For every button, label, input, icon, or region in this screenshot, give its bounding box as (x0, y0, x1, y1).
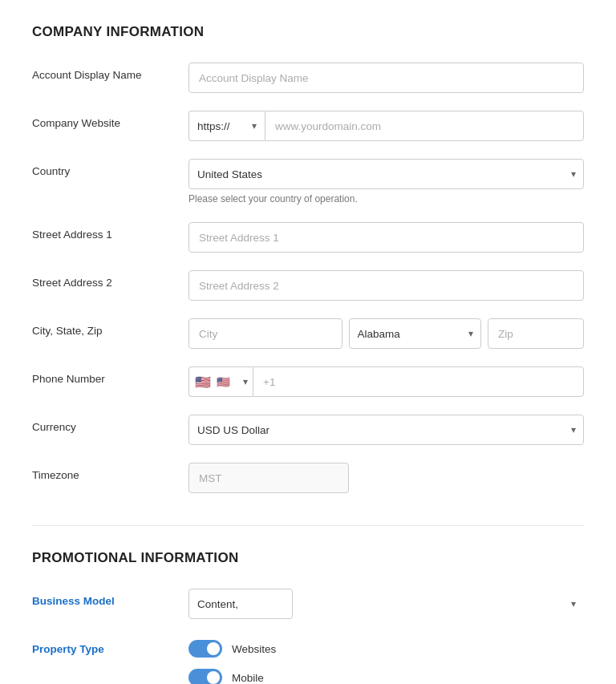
phone-number-wrap: 🇺🇸 🇨🇦 🇬🇧 🇺🇸 ▾ (188, 366, 584, 397)
account-display-name-label: Account Display Name (32, 63, 188, 81)
company-section-title: COMPANY INFORMATION (32, 24, 584, 40)
country-code-select[interactable]: 🇺🇸 🇨🇦 🇬🇧 (188, 366, 253, 397)
account-display-name-wrap (188, 63, 584, 93)
promotional-section-title: PROMOTIONAL INFORMATION (32, 550, 584, 566)
country-select[interactable]: United States Canada United Kingdom Aust… (188, 159, 584, 189)
property-type-options: Websites Mobile Social Networks (188, 637, 584, 684)
company-information-section: COMPANY INFORMATION Account Display Name… (32, 24, 584, 493)
currency-select[interactable]: USD US Dollar EUR Euro GBP British Pound… (188, 415, 584, 445)
state-select[interactable]: Alabama Alaska Arizona Arkansas Californ… (349, 318, 482, 349)
company-website-label: Company Website (32, 111, 188, 129)
city-input[interactable] (188, 318, 342, 349)
street-address-2-wrap (188, 270, 584, 301)
websites-slider (188, 640, 222, 658)
mobile-toggle-row: Mobile (188, 669, 584, 684)
promotional-information-section: PROMOTIONAL INFORMATION Business Model C… (32, 550, 584, 684)
business-model-label: Business Model (32, 589, 188, 607)
street-address-1-row: Street Address 1 (32, 222, 584, 253)
country-wrap: United States Canada United Kingdom Aust… (188, 159, 584, 204)
mobile-toggle[interactable] (188, 669, 222, 684)
currency-select-wrapper: USD US Dollar EUR Euro GBP British Pound… (188, 415, 584, 445)
state-select-wrap: Alabama Alaska Arizona Arkansas Californ… (349, 318, 482, 349)
country-hint: Please select your country of operation. (188, 193, 584, 204)
section-divider (32, 525, 584, 526)
country-label: Country (32, 159, 188, 177)
phone-input-group: 🇺🇸 🇨🇦 🇬🇧 🇺🇸 ▾ (188, 366, 584, 397)
street-address-1-input[interactable] (188, 222, 584, 253)
company-website-wrap: https:// http:// ▾ (188, 111, 584, 141)
flag-select-wrap: 🇺🇸 🇨🇦 🇬🇧 🇺🇸 ▾ (188, 366, 253, 397)
website-url-input[interactable] (265, 111, 584, 141)
business-model-wrap: Content, E-Commerce SaaS Services Other … (188, 589, 584, 619)
websites-toggle-row: Websites (188, 640, 584, 658)
business-model-select-wrapper: Content, E-Commerce SaaS Services Other … (188, 589, 584, 619)
street-address-2-row: Street Address 2 (32, 270, 584, 301)
zip-input[interactable] (488, 318, 584, 349)
street-address-2-label: Street Address 2 (32, 270, 188, 289)
currency-row: Currency USD US Dollar EUR Euro GBP Brit… (32, 415, 584, 445)
property-type-wrap: Websites Mobile Social Networks (188, 637, 584, 684)
country-select-wrapper: United States Canada United Kingdom Aust… (188, 159, 584, 189)
timezone-label: Timezone (32, 463, 188, 481)
company-website-row: Company Website https:// http:// ▾ (32, 111, 584, 141)
protocol-select-wrap: https:// http:// ▾ (188, 111, 265, 141)
business-model-chevron-icon: ▾ (571, 598, 576, 609)
city-state-zip-label: City, State, Zip (32, 318, 188, 337)
property-type-label: Property Type (32, 637, 188, 655)
business-model-select[interactable]: Content, E-Commerce SaaS Services Other (188, 589, 293, 619)
city-state-zip-wrap: Alabama Alaska Arizona Arkansas Californ… (188, 318, 584, 349)
websites-label: Websites (232, 643, 276, 655)
property-type-row: Property Type Websites Mobile (32, 637, 584, 684)
website-input-group: https:// http:// ▾ (188, 111, 584, 141)
phone-number-row: Phone Number 🇺🇸 🇨🇦 🇬🇧 🇺🇸 ▾ (32, 366, 584, 397)
phone-number-label: Phone Number (32, 366, 188, 385)
city-state-zip-row: City, State, Zip Alabama Alaska Arizona … (32, 318, 584, 349)
business-model-row: Business Model Content, E-Commerce SaaS … (32, 589, 584, 619)
street-address-1-wrap (188, 222, 584, 253)
phone-input[interactable] (253, 366, 584, 397)
timezone-input[interactable] (188, 463, 349, 493)
timezone-wrap (188, 463, 584, 493)
city-state-zip-group: Alabama Alaska Arizona Arkansas Californ… (188, 318, 584, 349)
street-address-1-label: Street Address 1 (32, 222, 188, 241)
account-display-name-input[interactable] (188, 63, 584, 93)
mobile-slider (188, 669, 222, 684)
mobile-label: Mobile (232, 672, 264, 684)
websites-toggle[interactable] (188, 640, 222, 658)
street-address-2-input[interactable] (188, 270, 584, 301)
currency-label: Currency (32, 415, 188, 433)
country-row: Country United States Canada United King… (32, 159, 584, 204)
timezone-row: Timezone (32, 463, 584, 493)
currency-wrap: USD US Dollar EUR Euro GBP British Pound… (188, 415, 584, 445)
account-display-name-row: Account Display Name (32, 63, 584, 93)
protocol-select[interactable]: https:// http:// (188, 111, 265, 141)
